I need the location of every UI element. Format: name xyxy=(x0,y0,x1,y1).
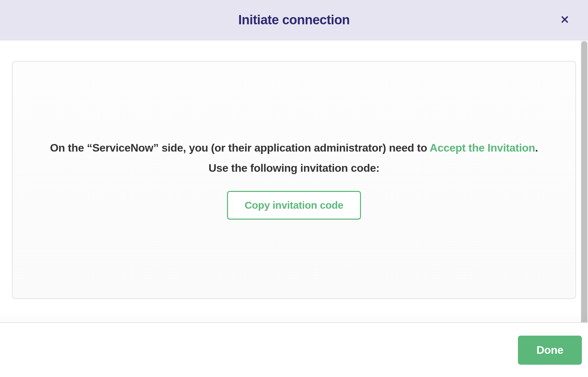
close-button[interactable] xyxy=(558,13,572,27)
instruction-prefix: On the “ServiceNow” side, you (or their … xyxy=(50,142,430,154)
close-icon xyxy=(560,15,569,25)
content-card: On the “ServiceNow” side, you (or their … xyxy=(12,61,576,299)
done-button[interactable]: Done xyxy=(518,336,582,365)
copy-invitation-code-button[interactable]: Copy invitation code xyxy=(227,191,361,220)
modal-footer: Done xyxy=(0,322,588,377)
instruction-suffix: . xyxy=(535,142,538,154)
accept-invitation-link[interactable]: Accept the Invitation xyxy=(430,142,535,154)
instruction-text: On the “ServiceNow” side, you (or their … xyxy=(40,140,548,156)
modal-header: Initiate connection xyxy=(0,0,588,40)
instruction-subline: Use the following invitation code: xyxy=(40,162,548,174)
footer-shadow xyxy=(0,313,588,323)
modal-title: Initiate connection xyxy=(238,13,350,27)
modal-body: On the “ServiceNow” side, you (or their … xyxy=(0,40,588,322)
